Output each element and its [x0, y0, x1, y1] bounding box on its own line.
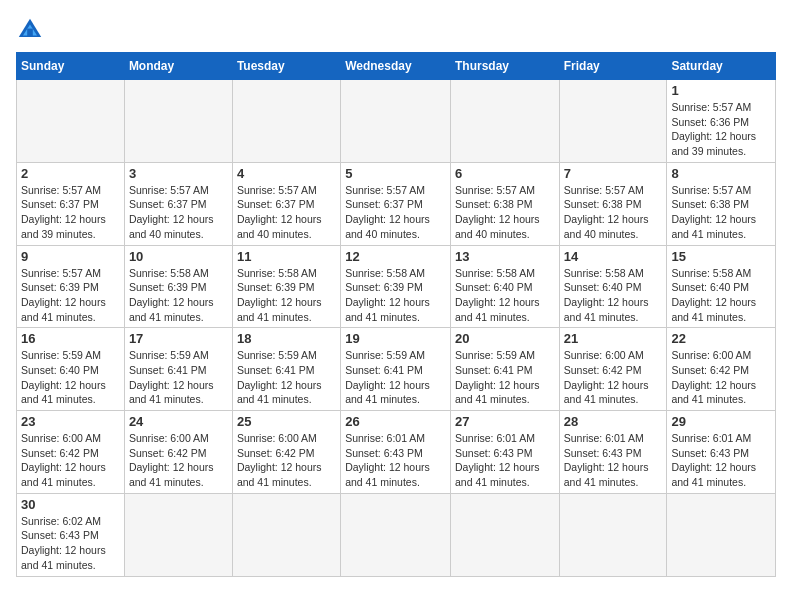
- day-number: 25: [237, 414, 336, 429]
- day-number: 1: [671, 83, 771, 98]
- calendar-cell: 5Sunrise: 5:57 AM Sunset: 6:37 PM Daylig…: [341, 162, 451, 245]
- day-info: Sunrise: 5:57 AM Sunset: 6:36 PM Dayligh…: [671, 100, 771, 159]
- calendar-cell: 7Sunrise: 5:57 AM Sunset: 6:38 PM Daylig…: [559, 162, 667, 245]
- day-info: Sunrise: 6:01 AM Sunset: 6:43 PM Dayligh…: [345, 431, 446, 490]
- calendar-cell: 16Sunrise: 5:59 AM Sunset: 6:40 PM Dayli…: [17, 328, 125, 411]
- day-info: Sunrise: 5:57 AM Sunset: 6:38 PM Dayligh…: [564, 183, 663, 242]
- day-info: Sunrise: 5:58 AM Sunset: 6:40 PM Dayligh…: [455, 266, 555, 325]
- calendar-cell: 2Sunrise: 5:57 AM Sunset: 6:37 PM Daylig…: [17, 162, 125, 245]
- calendar-cell: 28Sunrise: 6:01 AM Sunset: 6:43 PM Dayli…: [559, 411, 667, 494]
- calendar-cell: [450, 80, 559, 163]
- weekday-header-saturday: Saturday: [667, 53, 776, 80]
- calendar-cell: [232, 80, 340, 163]
- week-row-4: 23Sunrise: 6:00 AM Sunset: 6:42 PM Dayli…: [17, 411, 776, 494]
- day-info: Sunrise: 5:57 AM Sunset: 6:37 PM Dayligh…: [129, 183, 228, 242]
- day-info: Sunrise: 5:59 AM Sunset: 6:41 PM Dayligh…: [237, 348, 336, 407]
- weekday-header-monday: Monday: [124, 53, 232, 80]
- day-info: Sunrise: 5:58 AM Sunset: 6:39 PM Dayligh…: [345, 266, 446, 325]
- day-number: 18: [237, 331, 336, 346]
- day-number: 2: [21, 166, 120, 181]
- calendar-cell: [124, 493, 232, 576]
- day-number: 28: [564, 414, 663, 429]
- calendar-cell: [450, 493, 559, 576]
- calendar-cell: 14Sunrise: 5:58 AM Sunset: 6:40 PM Dayli…: [559, 245, 667, 328]
- calendar-cell: 27Sunrise: 6:01 AM Sunset: 6:43 PM Dayli…: [450, 411, 559, 494]
- day-info: Sunrise: 6:01 AM Sunset: 6:43 PM Dayligh…: [671, 431, 771, 490]
- calendar-cell: [232, 493, 340, 576]
- day-number: 6: [455, 166, 555, 181]
- calendar-cell: 12Sunrise: 5:58 AM Sunset: 6:39 PM Dayli…: [341, 245, 451, 328]
- day-number: 9: [21, 249, 120, 264]
- page-header: [16, 16, 776, 44]
- week-row-1: 2Sunrise: 5:57 AM Sunset: 6:37 PM Daylig…: [17, 162, 776, 245]
- day-number: 10: [129, 249, 228, 264]
- day-info: Sunrise: 6:00 AM Sunset: 6:42 PM Dayligh…: [237, 431, 336, 490]
- weekday-header-thursday: Thursday: [450, 53, 559, 80]
- calendar-body: 1Sunrise: 5:57 AM Sunset: 6:36 PM Daylig…: [17, 80, 776, 577]
- calendar-cell: 25Sunrise: 6:00 AM Sunset: 6:42 PM Dayli…: [232, 411, 340, 494]
- week-row-3: 16Sunrise: 5:59 AM Sunset: 6:40 PM Dayli…: [17, 328, 776, 411]
- day-number: 15: [671, 249, 771, 264]
- day-number: 8: [671, 166, 771, 181]
- day-info: Sunrise: 5:59 AM Sunset: 6:41 PM Dayligh…: [455, 348, 555, 407]
- calendar-cell: 26Sunrise: 6:01 AM Sunset: 6:43 PM Dayli…: [341, 411, 451, 494]
- calendar-cell: [667, 493, 776, 576]
- calendar-cell: 15Sunrise: 5:58 AM Sunset: 6:40 PM Dayli…: [667, 245, 776, 328]
- day-info: Sunrise: 6:00 AM Sunset: 6:42 PM Dayligh…: [129, 431, 228, 490]
- day-info: Sunrise: 5:58 AM Sunset: 6:40 PM Dayligh…: [671, 266, 771, 325]
- day-number: 27: [455, 414, 555, 429]
- calendar-cell: [341, 493, 451, 576]
- calendar-cell: [559, 80, 667, 163]
- day-info: Sunrise: 6:00 AM Sunset: 6:42 PM Dayligh…: [21, 431, 120, 490]
- logo-icon: [16, 16, 44, 44]
- day-info: Sunrise: 5:59 AM Sunset: 6:40 PM Dayligh…: [21, 348, 120, 407]
- calendar-cell: 9Sunrise: 5:57 AM Sunset: 6:39 PM Daylig…: [17, 245, 125, 328]
- calendar-cell: 13Sunrise: 5:58 AM Sunset: 6:40 PM Dayli…: [450, 245, 559, 328]
- calendar-cell: [559, 493, 667, 576]
- day-info: Sunrise: 6:02 AM Sunset: 6:43 PM Dayligh…: [21, 514, 120, 573]
- day-info: Sunrise: 5:57 AM Sunset: 6:37 PM Dayligh…: [345, 183, 446, 242]
- weekday-header-tuesday: Tuesday: [232, 53, 340, 80]
- week-row-5: 30Sunrise: 6:02 AM Sunset: 6:43 PM Dayli…: [17, 493, 776, 576]
- calendar-cell: 21Sunrise: 6:00 AM Sunset: 6:42 PM Dayli…: [559, 328, 667, 411]
- weekday-row: SundayMondayTuesdayWednesdayThursdayFrid…: [17, 53, 776, 80]
- calendar-cell: 19Sunrise: 5:59 AM Sunset: 6:41 PM Dayli…: [341, 328, 451, 411]
- calendar-header: SundayMondayTuesdayWednesdayThursdayFrid…: [17, 53, 776, 80]
- day-info: Sunrise: 5:58 AM Sunset: 6:39 PM Dayligh…: [129, 266, 228, 325]
- day-number: 14: [564, 249, 663, 264]
- day-number: 26: [345, 414, 446, 429]
- calendar-cell: 10Sunrise: 5:58 AM Sunset: 6:39 PM Dayli…: [124, 245, 232, 328]
- calendar-cell: 23Sunrise: 6:00 AM Sunset: 6:42 PM Dayli…: [17, 411, 125, 494]
- calendar-cell: 8Sunrise: 5:57 AM Sunset: 6:38 PM Daylig…: [667, 162, 776, 245]
- day-number: 23: [21, 414, 120, 429]
- day-info: Sunrise: 6:01 AM Sunset: 6:43 PM Dayligh…: [564, 431, 663, 490]
- day-info: Sunrise: 5:57 AM Sunset: 6:37 PM Dayligh…: [21, 183, 120, 242]
- day-number: 19: [345, 331, 446, 346]
- day-info: Sunrise: 6:00 AM Sunset: 6:42 PM Dayligh…: [671, 348, 771, 407]
- calendar-cell: 18Sunrise: 5:59 AM Sunset: 6:41 PM Dayli…: [232, 328, 340, 411]
- day-number: 13: [455, 249, 555, 264]
- week-row-0: 1Sunrise: 5:57 AM Sunset: 6:36 PM Daylig…: [17, 80, 776, 163]
- day-number: 16: [21, 331, 120, 346]
- calendar-table: SundayMondayTuesdayWednesdayThursdayFrid…: [16, 52, 776, 577]
- day-info: Sunrise: 5:58 AM Sunset: 6:40 PM Dayligh…: [564, 266, 663, 325]
- weekday-header-sunday: Sunday: [17, 53, 125, 80]
- weekday-header-friday: Friday: [559, 53, 667, 80]
- day-number: 7: [564, 166, 663, 181]
- day-number: 29: [671, 414, 771, 429]
- logo: [16, 16, 52, 44]
- calendar-cell: 4Sunrise: 5:57 AM Sunset: 6:37 PM Daylig…: [232, 162, 340, 245]
- day-info: Sunrise: 5:59 AM Sunset: 6:41 PM Dayligh…: [129, 348, 228, 407]
- day-number: 4: [237, 166, 336, 181]
- day-number: 17: [129, 331, 228, 346]
- calendar-cell: 29Sunrise: 6:01 AM Sunset: 6:43 PM Dayli…: [667, 411, 776, 494]
- calendar-cell: 30Sunrise: 6:02 AM Sunset: 6:43 PM Dayli…: [17, 493, 125, 576]
- day-info: Sunrise: 5:59 AM Sunset: 6:41 PM Dayligh…: [345, 348, 446, 407]
- svg-rect-2: [27, 29, 33, 37]
- calendar-cell: [341, 80, 451, 163]
- day-info: Sunrise: 5:57 AM Sunset: 6:39 PM Dayligh…: [21, 266, 120, 325]
- day-number: 21: [564, 331, 663, 346]
- calendar-cell: 3Sunrise: 5:57 AM Sunset: 6:37 PM Daylig…: [124, 162, 232, 245]
- calendar-cell: 11Sunrise: 5:58 AM Sunset: 6:39 PM Dayli…: [232, 245, 340, 328]
- day-number: 20: [455, 331, 555, 346]
